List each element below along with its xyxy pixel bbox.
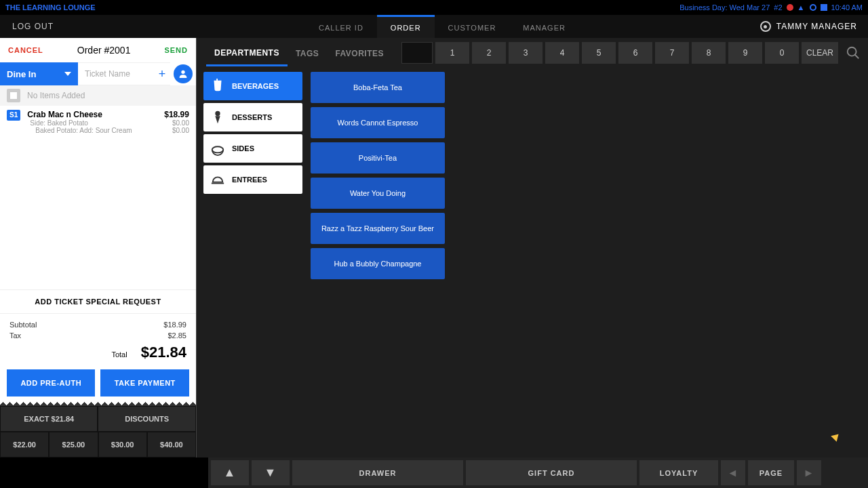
category-label: ENTREES [232,176,267,184]
exact-cash-button[interactable]: EXACT $21.84 [0,406,98,432]
svg-point-4 [215,111,220,116]
add-ticket-button[interactable]: + [154,62,170,85]
item-modifier-price: $0.00 [172,127,189,134]
menu-item-button[interactable]: Razz a Tazz Raspberry Sour Beer [311,213,445,244]
loyalty-button[interactable]: LOYALTY [639,460,718,485]
category-entrees[interactable]: ENTREES [203,165,302,194]
category-label: SIDES [232,144,254,152]
filter-tags[interactable]: TAGS [288,41,327,65]
order-panel: CANCEL Order #2001 SEND Dine In Ticket N… [0,38,197,458]
dessert-icon [210,110,225,125]
keypad-6[interactable]: 6 [618,42,652,64]
add-preauth-button[interactable]: ADD PRE-AUTH [7,369,95,396]
printer-icon: ▲ [797,3,806,12]
category-label: BEVERAGES [232,82,279,90]
nav-tabs: CALLER ID ORDER CUSTOMER MANAGER [305,15,579,38]
page-prev-button[interactable]: ◄ [721,460,745,485]
category-beverages[interactable]: BEVERAGES [203,72,302,100]
order-number: Order #2001 [43,45,165,56]
person-icon [174,64,193,83]
special-request-button[interactable]: ADD TICKET SPECIAL REQUEST [0,289,196,314]
menu-panel: DEPARTMENTS TAGS FAVORITES 1 2 3 4 5 6 7… [197,38,868,458]
order-type-label: Dine In [7,69,36,79]
header-bar: LOG OUT CALLER ID ORDER CUSTOMER MANAGER… [0,15,868,38]
keypad-clear[interactable]: CLEAR [802,42,838,64]
menu-item-button[interactable]: Water You Doing [311,178,445,209]
status-dot-icon [787,4,793,11]
gift-card-button[interactable]: GIFT CARD [466,460,637,485]
send-button[interactable]: SEND [164,46,188,54]
tab-manager[interactable]: MANAGER [509,15,579,38]
scroll-down-button[interactable]: ▼ [252,460,290,485]
order-line-item[interactable]: S1 Crab Mac n Cheese $18.99 Side: Baked … [0,106,196,138]
tax-label: Tax [9,331,21,340]
keypad-0[interactable]: 0 [765,42,799,64]
logout-button[interactable]: LOG OUT [0,15,210,38]
item-column: Boba-Feta Tea Words Cannot Espresso Posi… [311,72,445,453]
item-modifier: Baked Potato: Add: Sour Cream [35,127,132,134]
menu-item-button[interactable]: Boba-Feta Tea [311,72,445,103]
svg-point-5 [212,146,224,152]
svg-line-2 [855,55,859,59]
search-button[interactable] [844,43,863,62]
item-name: Crab Mac n Cheese [27,110,102,119]
page-label: PAGE [748,460,794,485]
filter-favorites[interactable]: FAVORITES [327,41,392,65]
clock: 10:40 AM [831,3,863,12]
keypad-1[interactable]: 1 [435,42,469,64]
subtotal-label: Subtotal [9,321,37,329]
page-next-button[interactable]: ► [797,460,821,485]
svg-rect-3 [216,79,218,81]
scroll-up-button[interactable]: ▲ [211,460,249,485]
menu-item-button[interactable]: Positivi-Tea [311,142,445,174]
user-icon [760,21,771,32]
no-items-label: No Items Added [27,91,85,100]
item-price: $18.99 [164,110,189,119]
drawer-button[interactable]: DRAWER [292,460,463,485]
cash-quick-button[interactable]: $25.00 [49,432,98,458]
keypad-4[interactable]: 4 [545,42,579,64]
keypad-3[interactable]: 3 [509,42,542,64]
subtotal-value: $18.99 [163,321,186,329]
total-label: Total [111,350,127,359]
category-sides[interactable]: SIDES [203,134,302,163]
cash-quick-button[interactable]: $22.00 [0,432,49,458]
business-day: Business Day: Wed Mar 27 [679,3,770,12]
take-payment-button[interactable]: TAKE PAYMENT [100,369,189,396]
category-column: BEVERAGES DESSERTS SIDES ENTREES [203,72,302,453]
keypad-5[interactable]: 5 [582,42,616,64]
keypad-8[interactable]: 8 [692,42,726,64]
tab-caller-id[interactable]: CALLER ID [305,15,377,38]
tab-order[interactable]: ORDER [377,15,435,38]
tax-value: $2.85 [167,331,186,340]
order-type-dropdown[interactable]: Dine In [0,62,78,85]
keypad-9[interactable]: 9 [728,42,762,64]
keypad-2[interactable]: 2 [472,42,506,64]
guest-button[interactable] [170,62,196,85]
item-modifier: Side: Baked Potato [30,119,88,127]
chevron-down-icon [64,72,71,76]
menu-item-button[interactable]: Words Cannot Espresso [311,107,445,138]
category-desserts[interactable]: DESSERTS [203,103,302,131]
svg-point-1 [848,47,856,56]
item-modifier-price: $0.00 [172,119,189,127]
user-box[interactable]: TAMMY MANAGER [760,15,868,38]
quantity-display [401,42,433,64]
discounts-button[interactable]: DISCOUNTS [98,406,195,432]
seat-badge: S1 [7,110,20,121]
keypad-7[interactable]: 7 [655,42,689,64]
ticket-name-input[interactable]: Ticket Name [78,62,154,85]
venue-title: THE LEARNING LOUNGE [5,3,96,12]
cash-quick-button[interactable]: $30.00 [98,432,147,458]
cash-quick-button[interactable]: $40.00 [147,432,196,458]
entrees-icon [210,172,225,187]
sides-icon [210,141,225,156]
cancel-button[interactable]: CANCEL [8,46,43,54]
beverage-icon [210,79,225,94]
menu-item-button[interactable]: Hub a Bubbly Champagne [311,248,445,279]
user-name: TAMMY MANAGER [776,22,857,31]
filter-departments[interactable]: DEPARTMENTS [206,40,288,66]
svg-point-0 [181,70,184,74]
bottom-bar: ▲ ▼ DRAWER GIFT CARD LOYALTY ◄ PAGE ► [208,458,868,488]
tab-customer[interactable]: CUSTOMER [435,15,510,38]
